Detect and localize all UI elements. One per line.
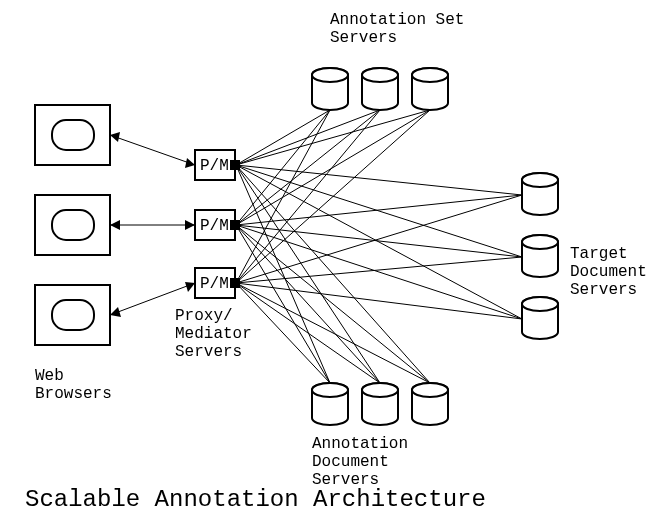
- svg-point-3: [522, 173, 558, 187]
- pm-label-1: P/M: [200, 157, 229, 175]
- proxy-mediator-label-3: Servers: [175, 343, 242, 361]
- proxy-mediator-label-1: Proxy/: [175, 307, 233, 325]
- svg-marker-37: [110, 132, 120, 142]
- svg-line-35: [236, 283, 430, 383]
- svg-line-14: [236, 165, 522, 319]
- svg-line-13: [236, 165, 522, 257]
- pm-box-1: P/M: [195, 150, 240, 180]
- annotation-doc-servers-label-1: Annotation: [312, 435, 408, 453]
- svg-line-22: [236, 225, 522, 257]
- svg-point-7: [362, 383, 398, 397]
- diagram: Annotation Set Servers Target Document S…: [0, 0, 659, 516]
- target-doc-servers-label-3: Servers: [570, 281, 637, 299]
- svg-rect-50: [230, 278, 240, 288]
- svg-line-16: [236, 165, 380, 383]
- browser-pm-arrows: [110, 132, 195, 317]
- diagram-title: Scalable Annotation Architecture: [25, 486, 486, 513]
- svg-line-32: [236, 283, 522, 319]
- pm-to-db-lines: [236, 110, 522, 383]
- svg-point-2: [412, 68, 448, 82]
- svg-point-5: [522, 297, 558, 311]
- annotation-set-db-2: [362, 68, 398, 110]
- svg-line-9: [236, 110, 330, 165]
- svg-point-0: [312, 68, 348, 82]
- svg-line-28: [236, 110, 380, 283]
- svg-rect-46: [230, 160, 240, 170]
- annotation-doc-db-2: [362, 383, 398, 425]
- svg-point-1: [362, 68, 398, 82]
- web-browsers-label-1: Web: [35, 367, 64, 385]
- annotation-doc-servers-label-2: Document: [312, 453, 389, 471]
- svg-rect-51: [35, 105, 110, 165]
- target-doc-db-2: [522, 235, 558, 277]
- annotation-set-db-1: [312, 68, 348, 110]
- svg-marker-38: [185, 158, 195, 168]
- annotation-doc-db-3: [412, 383, 448, 425]
- web-browser-3: [35, 285, 110, 345]
- svg-marker-40: [110, 220, 120, 230]
- svg-marker-41: [185, 220, 195, 230]
- target-doc-db-3: [522, 297, 558, 339]
- annotation-set-db-3: [412, 68, 448, 110]
- pm-box-2: P/M: [195, 210, 240, 240]
- web-browser-2: [35, 195, 110, 255]
- svg-marker-44: [185, 282, 195, 292]
- pm-label-2: P/M: [200, 217, 229, 235]
- svg-line-11: [236, 110, 430, 165]
- web-browser-1: [35, 105, 110, 165]
- annotation-doc-db-1: [312, 383, 348, 425]
- annotation-set-servers-label-2: Servers: [330, 29, 397, 47]
- pm-box-3: P/M: [195, 268, 240, 298]
- svg-rect-48: [230, 220, 240, 230]
- target-doc-servers-label-1: Target: [570, 245, 628, 263]
- annotation-set-servers-label-1: Annotation Set: [330, 11, 464, 29]
- svg-rect-55: [35, 285, 110, 345]
- svg-marker-43: [110, 307, 121, 317]
- proxy-mediator-label-2: Mediator: [175, 325, 252, 343]
- pm-label-3: P/M: [200, 275, 229, 293]
- target-doc-db-1: [522, 173, 558, 215]
- svg-point-4: [522, 235, 558, 249]
- target-doc-servers-label-2: Document: [570, 263, 647, 281]
- svg-point-6: [312, 383, 348, 397]
- svg-rect-53: [35, 195, 110, 255]
- svg-line-36: [110, 135, 195, 165]
- svg-line-24: [236, 225, 330, 383]
- web-browsers-label-2: Browsers: [35, 385, 112, 403]
- svg-point-8: [412, 383, 448, 397]
